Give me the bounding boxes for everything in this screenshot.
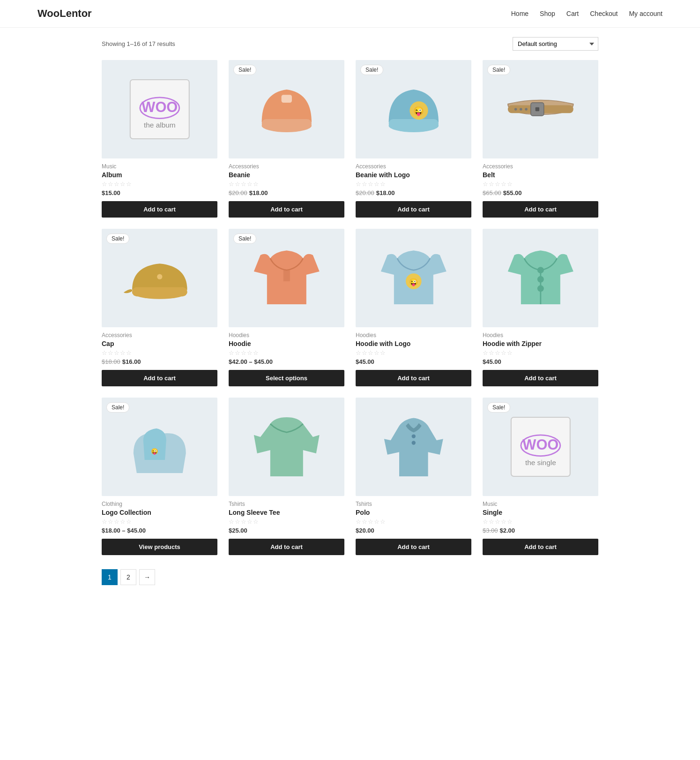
product-image-wrap: Sale! 😜 bbox=[102, 398, 217, 496]
select-options-button[interactable]: Select options bbox=[229, 370, 344, 386]
add-to-cart-button[interactable]: Add to cart bbox=[483, 201, 598, 218]
product-image-wrap: Sale! bbox=[229, 60, 344, 158]
product-image-wrap bbox=[483, 229, 598, 327]
product-stars: ☆☆☆☆☆ bbox=[102, 349, 217, 356]
product-price: $45.00 bbox=[356, 358, 471, 365]
svg-text:😜: 😜 bbox=[409, 278, 418, 286]
product-category: Hoodies bbox=[483, 332, 598, 339]
add-to-cart-button[interactable]: Add to cart bbox=[229, 201, 344, 218]
svg-point-14 bbox=[525, 108, 528, 111]
svg-text:the single: the single bbox=[525, 459, 556, 467]
product-stars: ☆☆☆☆☆ bbox=[356, 181, 471, 188]
product-card-2: Sale! Accessories Beanie ☆☆☆☆☆ $20.00$18… bbox=[229, 60, 344, 218]
sale-badge: Sale! bbox=[487, 402, 510, 413]
product-card-4: Sale! Accessories Belt ☆☆☆☆☆ $65.00$55.0… bbox=[483, 60, 598, 218]
product-card-9: Sale! 😜 Clothing Logo Collection ☆☆☆☆☆ $… bbox=[102, 398, 217, 555]
svg-point-15 bbox=[520, 108, 522, 111]
svg-point-23 bbox=[537, 267, 544, 273]
product-stars: ☆☆☆☆☆ bbox=[483, 349, 598, 356]
add-to-cart-button[interactable]: Add to cart bbox=[356, 539, 471, 555]
page-2[interactable]: 2 bbox=[120, 569, 136, 585]
page-1[interactable]: 1 bbox=[102, 569, 118, 585]
view-products-button[interactable]: View products bbox=[102, 539, 217, 555]
product-image-wrap: WOO the album bbox=[102, 60, 217, 158]
product-stars: ☆☆☆☆☆ bbox=[229, 349, 344, 356]
sale-badge: Sale! bbox=[106, 402, 129, 413]
product-stars: ☆☆☆☆☆ bbox=[356, 518, 471, 525]
product-price: $3.00$2.00 bbox=[483, 527, 598, 534]
add-to-cart-button[interactable]: Add to cart bbox=[356, 370, 471, 386]
add-to-cart-button[interactable]: Add to cart bbox=[483, 370, 598, 386]
svg-point-29 bbox=[411, 441, 415, 444]
page-next[interactable]: → bbox=[139, 569, 155, 585]
product-image-wrap bbox=[356, 398, 471, 496]
product-category: Accessories bbox=[229, 163, 344, 170]
product-image[interactable]: WOO the album bbox=[102, 60, 217, 158]
product-card-5: Sale! Accessories Cap ☆☆☆☆☆ $18.00$16.00… bbox=[102, 229, 217, 386]
product-price: $65.00$55.00 bbox=[483, 189, 598, 196]
product-category: Tshirts bbox=[229, 501, 344, 507]
nav-cart[interactable]: Cart bbox=[566, 10, 579, 17]
product-name: Beanie with Logo bbox=[356, 171, 471, 179]
product-category: Accessories bbox=[356, 163, 471, 170]
svg-point-28 bbox=[411, 434, 415, 438]
svg-rect-13 bbox=[535, 107, 539, 111]
product-name: Single bbox=[483, 509, 598, 516]
product-price: $18.00$16.00 bbox=[102, 358, 217, 365]
product-category: Accessories bbox=[102, 332, 217, 339]
nav-shop[interactable]: Shop bbox=[540, 10, 555, 17]
product-price: $42.00 – $45.00 bbox=[229, 358, 344, 365]
product-card-8: Hoodies Hoodie with Zipper ☆☆☆☆☆ $45.00 … bbox=[483, 229, 598, 386]
site-header: WooLentor Home Shop Cart Checkout My acc… bbox=[0, 0, 700, 28]
product-stars: ☆☆☆☆☆ bbox=[229, 181, 344, 188]
product-price: $20.00 bbox=[356, 527, 471, 534]
svg-point-16 bbox=[514, 108, 517, 111]
svg-point-25 bbox=[537, 285, 544, 292]
sort-select[interactable]: Default sorting Sort by popularity Sort … bbox=[513, 37, 598, 51]
product-stars: ☆☆☆☆☆ bbox=[229, 518, 344, 525]
product-category: Music bbox=[483, 501, 598, 507]
product-price: $15.00 bbox=[102, 189, 217, 196]
product-image[interactable] bbox=[356, 398, 471, 496]
pagination: 1 2 → bbox=[102, 569, 598, 585]
product-name: Album bbox=[102, 171, 217, 179]
product-name: Cap bbox=[102, 340, 217, 347]
product-card-11: Tshirts Polo ☆☆☆☆☆ $20.00 Add to cart bbox=[356, 398, 471, 555]
product-card-12: Sale! WOO the single Music Single ☆☆☆☆☆ … bbox=[483, 398, 598, 555]
results-count: Showing 1–16 of 17 results bbox=[102, 40, 175, 47]
product-image[interactable]: 😜 bbox=[356, 229, 471, 327]
svg-rect-5 bbox=[261, 119, 311, 128]
add-to-cart-button[interactable]: Add to cart bbox=[229, 539, 344, 555]
add-to-cart-button[interactable]: Add to cart bbox=[356, 201, 471, 218]
product-image-wrap: Sale! bbox=[483, 60, 598, 158]
add-to-cart-button[interactable]: Add to cart bbox=[102, 370, 217, 386]
svg-point-24 bbox=[537, 276, 544, 283]
add-to-cart-button[interactable]: Add to cart bbox=[102, 201, 217, 218]
product-stars: ☆☆☆☆☆ bbox=[102, 518, 217, 525]
product-category: Music bbox=[102, 163, 217, 170]
product-card-7: 😜 Hoodies Hoodie with Logo ☆☆☆☆☆ $45.00 … bbox=[356, 229, 471, 386]
product-card-3: Sale! 😜 Accessories Beanie with Logo ☆☆☆… bbox=[356, 60, 471, 218]
product-image[interactable] bbox=[483, 229, 598, 327]
nav-checkout[interactable]: Checkout bbox=[590, 10, 618, 17]
add-to-cart-button[interactable]: Add to cart bbox=[483, 539, 598, 555]
svg-rect-18 bbox=[132, 287, 187, 296]
product-price: $20.00$18.00 bbox=[229, 189, 344, 196]
product-name: Long Sleeve Tee bbox=[229, 509, 344, 516]
product-category: Hoodies bbox=[356, 332, 471, 339]
product-name: Hoodie bbox=[229, 340, 344, 347]
product-stars: ☆☆☆☆☆ bbox=[483, 518, 598, 525]
sale-badge: Sale! bbox=[233, 233, 256, 244]
product-card-1: WOO the album Music Album ☆☆☆☆☆ $15.00 A… bbox=[102, 60, 217, 218]
product-grid: WOO the album Music Album ☆☆☆☆☆ $15.00 A… bbox=[102, 60, 598, 555]
svg-text:😜: 😜 bbox=[413, 106, 424, 116]
nav-home[interactable]: Home bbox=[511, 10, 529, 17]
product-image[interactable] bbox=[229, 398, 344, 496]
product-name: Logo Collection bbox=[102, 509, 217, 516]
nav-myaccount[interactable]: My account bbox=[629, 10, 663, 17]
product-name: Hoodie with Zipper bbox=[483, 340, 598, 347]
sale-badge: Sale! bbox=[360, 65, 383, 75]
product-image-wrap: Sale! WOO the single bbox=[483, 398, 598, 496]
product-image-wrap: Sale! bbox=[229, 229, 344, 327]
sale-badge: Sale! bbox=[487, 65, 510, 75]
